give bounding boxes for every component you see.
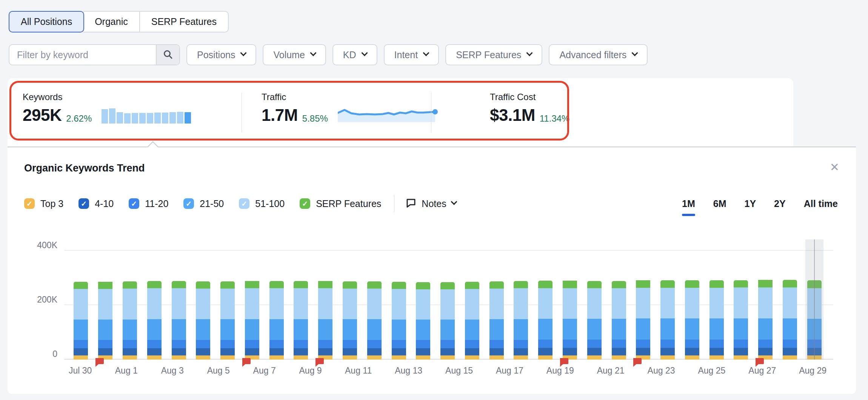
bar-segment-21-50[interactable] [807,319,822,340]
stacked-bar[interactable] [294,281,308,360]
bar-segment-4-10[interactable] [416,348,430,355]
legend-item-11-20[interactable]: ✓11-20 [129,198,168,209]
note-flag-icon[interactable] [631,357,643,370]
close-icon[interactable]: ✕ [830,162,839,173]
bar-segment-4-10[interactable] [636,348,650,355]
bar-segment-11-20[interactable] [294,340,308,348]
bar-segment-11-20[interactable] [636,340,650,348]
bar-column-aug-8[interactable] [289,239,313,360]
bar-segment-4-10[interactable] [269,348,284,355]
bar-segment-4-10[interactable] [392,348,406,355]
bar-column-aug-3[interactable] [166,239,191,360]
bar-segment-11-20[interactable] [147,340,162,348]
bar-segment-4-10[interactable] [612,348,626,355]
bar-segment-top-3[interactable] [367,355,382,360]
bar-segment-4-10[interactable] [294,348,308,355]
stacked-bar[interactable] [636,280,650,360]
bar-column-aug-28[interactable] [778,239,802,360]
bar-segment-serp-features[interactable] [196,281,210,289]
bar-segment-4-10[interactable] [98,348,112,355]
bar-segment-serp-features[interactable] [269,281,284,288]
bar-segment-4-10[interactable] [660,348,675,355]
bar-segment-21-50[interactable] [343,319,357,340]
bar-segment-51-100[interactable] [172,288,186,319]
bar-segment-51-100[interactable] [294,288,308,319]
bar-segment-11-20[interactable] [74,340,88,348]
filter-dropdown-serp-features[interactable]: SERP Features [445,44,542,65]
bar-segment-serp-features[interactable] [392,282,406,289]
bar-segment-11-20[interactable] [758,340,773,348]
bar-segment-51-100[interactable] [783,287,797,318]
bar-segment-21-50[interactable] [440,320,455,340]
checkbox-4-10[interactable]: ✓ [78,198,89,209]
bar-segment-51-100[interactable] [709,288,724,318]
bar-segment-serp-features[interactable] [465,282,479,289]
filter-dropdown-positions[interactable]: Positions [186,44,256,65]
bar-segment-top-3[interactable] [440,355,455,360]
stacked-bar[interactable] [660,280,675,360]
bar-segment-51-100[interactable] [660,288,675,318]
bar-segment-11-20[interactable] [514,340,528,348]
bar-segment-11-20[interactable] [465,340,479,348]
stacked-bar[interactable] [685,280,699,360]
bar-segment-top-3[interactable] [783,355,797,360]
stacked-bar[interactable] [783,280,797,360]
range-tab-all-time[interactable]: All time [804,198,838,209]
bar-column-aug-29[interactable] [802,239,826,360]
bar-segment-serp-features[interactable] [318,281,332,288]
bar-segment-serp-features[interactable] [563,281,577,288]
bar-column-aug-6[interactable] [240,239,264,360]
bar-segment-4-10[interactable] [538,348,553,355]
stacked-bar[interactable] [343,281,357,360]
bar-column-aug-14[interactable] [436,239,460,360]
stacked-bar[interactable] [416,282,430,360]
stacked-bar[interactable] [74,282,88,360]
bar-segment-11-20[interactable] [392,340,406,348]
bar-column-aug-19[interactable] [558,239,582,360]
bar-segment-21-50[interactable] [538,319,553,340]
bar-segment-serp-features[interactable] [98,282,112,289]
bar-segment-serp-features[interactable] [220,281,235,289]
bar-segment-21-50[interactable] [392,320,406,340]
stacked-bar[interactable] [123,281,137,360]
bar-segment-serp-features[interactable] [172,281,186,288]
range-tab-2y[interactable]: 2Y [774,198,786,209]
bar-column-aug-9[interactable] [313,239,338,360]
bar-segment-11-20[interactable] [563,340,577,348]
bar-segment-51-100[interactable] [807,288,822,319]
stacked-bar[interactable] [734,280,748,360]
bar-segment-51-100[interactable] [514,288,528,319]
bar-segment-21-50[interactable] [758,318,773,340]
bar-segment-51-100[interactable] [123,289,137,319]
bar-segment-51-100[interactable] [465,289,479,320]
note-flag-icon[interactable] [240,357,252,370]
bar-segment-11-20[interactable] [367,340,382,348]
bar-column-aug-15[interactable] [460,239,485,360]
legend-item-4-10[interactable]: ✓4-10 [78,198,114,209]
bar-segment-top-3[interactable] [709,355,724,360]
bar-segment-top-3[interactable] [269,355,284,360]
bar-column-aug-17[interactable] [509,239,533,360]
bar-segment-21-50[interactable] [294,319,308,340]
bar-segment-11-20[interactable] [196,340,210,348]
bar-segment-11-20[interactable] [709,340,724,348]
bar-segment-4-10[interactable] [123,348,137,355]
bar-segment-4-10[interactable] [709,348,724,355]
bar-segment-4-10[interactable] [220,348,235,355]
bar-segment-top-3[interactable] [123,355,137,360]
stacked-bar[interactable] [440,282,455,360]
bar-column-aug-1[interactable] [118,239,142,360]
bar-segment-21-50[interactable] [98,320,112,340]
stacked-bar[interactable] [245,281,259,360]
filter-dropdown-volume[interactable]: Volume [263,44,326,65]
bar-segment-11-20[interactable] [807,340,822,348]
bar-segment-serp-features[interactable] [538,281,553,288]
bar-segment-4-10[interactable] [783,348,797,355]
bar-segment-serp-features[interactable] [440,282,455,289]
bar-segment-serp-features[interactable] [734,280,748,287]
range-tab-1y[interactable]: 1Y [745,198,756,209]
bar-segment-11-20[interactable] [343,340,357,348]
bar-segment-21-50[interactable] [123,320,137,340]
bar-segment-4-10[interactable] [489,348,504,355]
bar-segment-51-100[interactable] [245,288,259,319]
